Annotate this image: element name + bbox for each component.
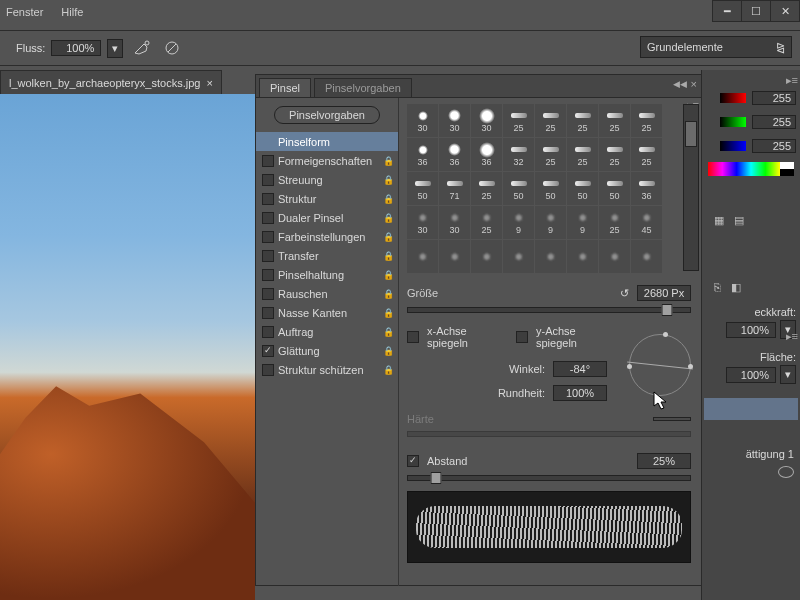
brush-tip-grid[interactable]: 3030302525252525363636322525252550712550…: [407, 104, 691, 273]
lock-icon[interactable]: 🔒: [383, 213, 394, 223]
brush-tip[interactable]: 25: [631, 104, 662, 137]
section-checkbox[interactable]: [262, 212, 274, 224]
lock-icon[interactable]: 🔒: [383, 327, 394, 337]
angle-control[interactable]: [629, 334, 691, 396]
spacing-checkbox[interactable]: [407, 455, 419, 467]
section-checkbox[interactable]: [262, 307, 274, 319]
tab-pinsel[interactable]: Pinsel: [259, 78, 311, 97]
lock-icon[interactable]: 🔒: [383, 308, 394, 318]
menu-hilfe[interactable]: Hilfe: [61, 6, 83, 18]
rgb-value[interactable]: 255: [752, 115, 796, 129]
panel-collapse-icon[interactable]: ◀◀: [673, 79, 687, 89]
brush-tip[interactable]: ✲30: [407, 206, 438, 239]
brush-section-dualer-pinsel[interactable]: Dualer Pinsel🔒: [256, 208, 398, 227]
tab-pinselvorgaben[interactable]: Pinselvorgaben: [314, 78, 412, 97]
brush-tip[interactable]: 25: [631, 138, 662, 171]
brush-section-pinselhaltung[interactable]: Pinselhaltung🔒: [256, 265, 398, 284]
canvas[interactable]: [0, 94, 255, 600]
document-tab[interactable]: l_wolken_by_archaeopteryx_stocks.jpg ×: [0, 70, 222, 96]
brush-tip[interactable]: ✲: [439, 240, 470, 273]
fill-value[interactable]: 100%: [726, 367, 776, 383]
section-checkbox[interactable]: [262, 345, 274, 357]
mask-icon[interactable]: ◧: [731, 281, 741, 294]
lock-icon[interactable]: 🔒: [383, 251, 394, 261]
brush-tip[interactable]: ✲: [471, 240, 502, 273]
section-checkbox[interactable]: [262, 250, 274, 262]
brush-tip[interactable]: 25: [471, 172, 502, 205]
link-icon[interactable]: ⎘: [714, 281, 721, 294]
swatches-icon[interactable]: ▦: [714, 214, 724, 227]
menu-fenster[interactable]: Fenster: [6, 6, 43, 18]
adjust-flyout-icon[interactable]: ▸≡: [786, 330, 798, 343]
brush-presets-button[interactable]: Pinselvorgaben: [274, 106, 380, 124]
lock-icon[interactable]: 🔒: [383, 270, 394, 280]
rgb-slider[interactable]: [720, 117, 746, 127]
brush-section-nasse-kanten[interactable]: Nasse Kanten🔒: [256, 303, 398, 322]
rgb-slider[interactable]: [720, 93, 746, 103]
brush-section-formeigenschaften[interactable]: Formeigenschaften🔒: [256, 151, 398, 170]
lock-icon[interactable]: 🔒: [383, 365, 394, 375]
brush-section-streuung[interactable]: Streuung🔒: [256, 170, 398, 189]
brush-tip[interactable]: ✲25: [471, 206, 502, 239]
brush-tip[interactable]: 30: [439, 104, 470, 137]
document-close-icon[interactable]: ×: [206, 77, 212, 89]
section-checkbox[interactable]: [262, 174, 274, 186]
brush-tip[interactable]: ✲9: [503, 206, 534, 239]
section-checkbox[interactable]: [262, 193, 274, 205]
color-ramp[interactable]: [708, 162, 794, 176]
brush-tip[interactable]: 36: [631, 172, 662, 205]
brush-tip[interactable]: 50: [567, 172, 598, 205]
fluss-dropdown[interactable]: ▾: [107, 39, 123, 58]
scrollbar-thumb[interactable]: [685, 121, 697, 147]
fill-dropdown[interactable]: ▾: [780, 365, 796, 384]
fluss-value[interactable]: 100%: [51, 40, 101, 56]
pressure-icon[interactable]: [161, 38, 183, 58]
brush-tip[interactable]: 71: [439, 172, 470, 205]
brush-section-struktur[interactable]: Struktur🔒: [256, 189, 398, 208]
flip-x-checkbox[interactable]: [407, 331, 419, 343]
brush-tip[interactable]: 50: [407, 172, 438, 205]
opacity-value[interactable]: 100%: [726, 322, 776, 338]
brush-tip[interactable]: ✲: [535, 240, 566, 273]
brush-grid-scrollbar[interactable]: [683, 104, 699, 271]
brush-section-auftrag[interactable]: Auftrag🔒: [256, 322, 398, 341]
brush-tip[interactable]: 36: [407, 138, 438, 171]
brush-tip[interactable]: 25: [599, 104, 630, 137]
brush-tip[interactable]: 32: [503, 138, 534, 171]
roundness-value[interactable]: 100%: [553, 385, 607, 401]
brush-tip[interactable]: 50: [599, 172, 630, 205]
color-flyout-icon[interactable]: ▸≡: [786, 74, 798, 87]
rgb-slider[interactable]: [720, 141, 746, 151]
brush-tip[interactable]: 36: [439, 138, 470, 171]
brush-section-pinselform[interactable]: Pinselform: [256, 132, 398, 151]
minimize-button[interactable]: ━: [712, 0, 742, 22]
brush-tip[interactable]: 30: [471, 104, 502, 137]
lock-icon[interactable]: 🔒: [383, 194, 394, 204]
brush-tip[interactable]: ✲: [503, 240, 534, 273]
brush-tip[interactable]: ✲25: [599, 206, 630, 239]
lock-icon[interactable]: 🔒: [383, 346, 394, 356]
airbrush-icon[interactable]: [131, 38, 153, 58]
brush-tip[interactable]: 25: [567, 138, 598, 171]
spacing-value[interactable]: 25%: [637, 453, 691, 469]
workspace-selector[interactable]: Grundelemente ⧎: [640, 36, 792, 58]
brush-tip[interactable]: ✲: [567, 240, 598, 273]
brush-section-transfer[interactable]: Transfer🔒: [256, 246, 398, 265]
visibility-icon[interactable]: [778, 466, 794, 478]
brush-tip[interactable]: 25: [567, 104, 598, 137]
section-checkbox[interactable]: [262, 288, 274, 300]
brush-tip[interactable]: 50: [503, 172, 534, 205]
brush-tip[interactable]: 30: [407, 104, 438, 137]
maximize-button[interactable]: ☐: [741, 0, 771, 22]
reset-size-icon[interactable]: ↺: [620, 287, 629, 300]
brush-section-rauschen[interactable]: Rauschen🔒: [256, 284, 398, 303]
brush-tip[interactable]: 36: [471, 138, 502, 171]
close-button[interactable]: ✕: [770, 0, 800, 22]
brush-tip[interactable]: 25: [535, 138, 566, 171]
flip-y-checkbox[interactable]: [516, 331, 528, 343]
spacing-slider[interactable]: [407, 475, 691, 481]
layer-row[interactable]: [704, 398, 798, 420]
section-checkbox[interactable]: [262, 269, 274, 281]
brush-tip[interactable]: 25: [535, 104, 566, 137]
brush-section-struktur-schützen[interactable]: Struktur schützen🔒: [256, 360, 398, 379]
